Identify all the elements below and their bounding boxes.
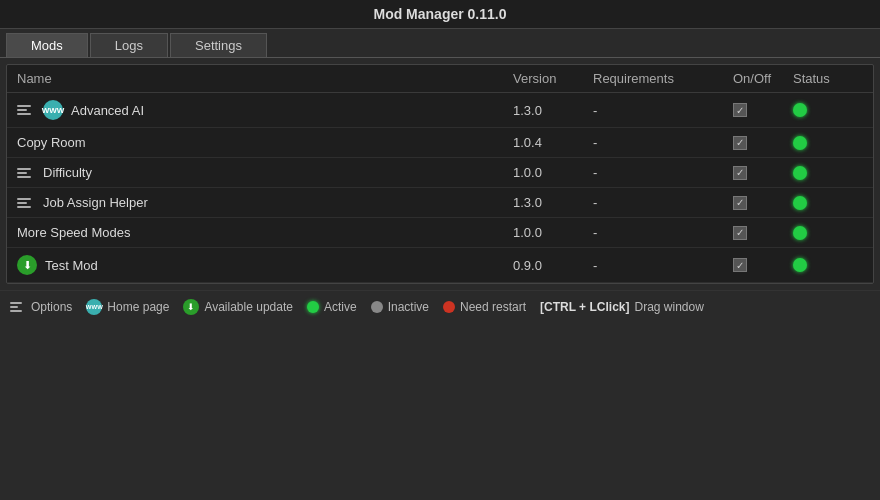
- col-header-onoff: On/Off: [733, 71, 793, 86]
- mod-name-more-speed-modes: More Speed Modes: [17, 225, 513, 240]
- legend-available-update-label: Available update: [204, 300, 293, 314]
- mod-onoff-toggle[interactable]: [733, 103, 793, 117]
- checkbox[interactable]: [733, 166, 747, 180]
- mod-version: 1.0.4: [513, 135, 593, 150]
- legend-active: Active: [307, 300, 357, 314]
- col-header-name: Name: [17, 71, 513, 86]
- mod-onoff-toggle[interactable]: [733, 196, 793, 210]
- mod-name-copy-room: Copy Room: [17, 135, 513, 150]
- mod-requirements: -: [593, 195, 733, 210]
- options-icon[interactable]: [17, 198, 35, 208]
- status-active-dot: [793, 103, 807, 117]
- mod-requirements: -: [593, 165, 733, 180]
- legend-inactive-label: Inactive: [388, 300, 429, 314]
- download-legend-icon: ⬇: [183, 299, 199, 315]
- mod-name-job-assign-helper: Job Assign Helper: [17, 195, 513, 210]
- mod-status: [793, 258, 863, 272]
- table-row: Job Assign Helper 1.3.0 -: [7, 188, 873, 218]
- legend-active-label: Active: [324, 300, 357, 314]
- mod-requirements: -: [593, 135, 733, 150]
- mod-requirements: -: [593, 225, 733, 240]
- mod-status: [793, 196, 863, 210]
- mod-onoff-toggle[interactable]: [733, 226, 793, 240]
- checkbox[interactable]: [733, 226, 747, 240]
- mod-version: 0.9.0: [513, 258, 593, 273]
- mod-status: [793, 136, 863, 150]
- legend-need-restart-label: Need restart: [460, 300, 526, 314]
- checkbox[interactable]: [733, 103, 747, 117]
- mod-status: [793, 103, 863, 117]
- active-legend-dot: [307, 301, 319, 313]
- legend-homepage: WWW Home page: [86, 299, 169, 315]
- status-active-dot: [793, 258, 807, 272]
- mod-onoff-toggle[interactable]: [733, 166, 793, 180]
- mod-name-test-mod: ⬇ Test Mod: [17, 255, 513, 275]
- app-title: Mod Manager 0.11.0: [373, 6, 506, 22]
- mod-status: [793, 226, 863, 240]
- mod-status: [793, 166, 863, 180]
- mod-version: 1.0.0: [513, 225, 593, 240]
- mod-version: 1.3.0: [513, 195, 593, 210]
- legend-options-label: Options: [31, 300, 72, 314]
- mod-version: 1.0.0: [513, 165, 593, 180]
- legend-need-restart: Need restart: [443, 300, 526, 314]
- checkbox[interactable]: [733, 136, 747, 150]
- table-header: Name Version Requirements On/Off Status: [7, 65, 873, 93]
- options-icon[interactable]: [17, 105, 35, 115]
- checkbox[interactable]: [733, 196, 747, 210]
- title-bar: Mod Manager 0.11.0: [0, 0, 880, 29]
- table-row: Copy Room 1.0.4 -: [7, 128, 873, 158]
- tabs-bar: Mods Logs Settings: [0, 29, 880, 58]
- status-active-dot: [793, 226, 807, 240]
- status-active-dot: [793, 166, 807, 180]
- legend-inactive: Inactive: [371, 300, 429, 314]
- mod-requirements: -: [593, 258, 733, 273]
- mod-name-difficulty: Difficulty: [17, 165, 513, 180]
- options-legend-icon: [10, 302, 26, 312]
- legend-homepage-label: Home page: [107, 300, 169, 314]
- legend-bar: Options WWW Home page ⬇ Available update…: [0, 290, 880, 323]
- ctrl-label: [CTRL + LClick]: [540, 300, 629, 314]
- status-active-dot: [793, 136, 807, 150]
- tab-settings[interactable]: Settings: [170, 33, 267, 57]
- status-active-dot: [793, 196, 807, 210]
- tab-mods[interactable]: Mods: [6, 33, 88, 57]
- mod-name-advanced-ai: WWW Advanced AI: [17, 100, 513, 120]
- ctrl-desc: Drag window: [634, 300, 703, 314]
- col-header-status: Status: [793, 71, 863, 86]
- mod-onoff-toggle[interactable]: [733, 136, 793, 150]
- options-icon[interactable]: [17, 168, 35, 178]
- table-row: Difficulty 1.0.0 -: [7, 158, 873, 188]
- col-header-version: Version: [513, 71, 593, 86]
- need-restart-legend-dot: [443, 301, 455, 313]
- table-row: More Speed Modes 1.0.0 -: [7, 218, 873, 248]
- table-row: WWW Advanced AI 1.3.0 -: [7, 93, 873, 128]
- col-header-requirements: Requirements: [593, 71, 733, 86]
- checkbox[interactable]: [733, 258, 747, 272]
- homepage-legend-icon: WWW: [86, 299, 102, 315]
- legend-drag-window: [CTRL + LClick] Drag window: [540, 300, 704, 314]
- inactive-legend-dot: [371, 301, 383, 313]
- mod-version: 1.3.0: [513, 103, 593, 118]
- main-panel: Name Version Requirements On/Off Status …: [6, 64, 874, 284]
- download-icon[interactable]: ⬇: [17, 255, 37, 275]
- homepage-icon[interactable]: WWW: [43, 100, 63, 120]
- mod-requirements: -: [593, 103, 733, 118]
- legend-available-update: ⬇ Available update: [183, 299, 293, 315]
- tab-logs[interactable]: Logs: [90, 33, 168, 57]
- legend-options: Options: [10, 300, 72, 314]
- table-row: ⬇ Test Mod 0.9.0 -: [7, 248, 873, 283]
- mod-onoff-toggle[interactable]: [733, 258, 793, 272]
